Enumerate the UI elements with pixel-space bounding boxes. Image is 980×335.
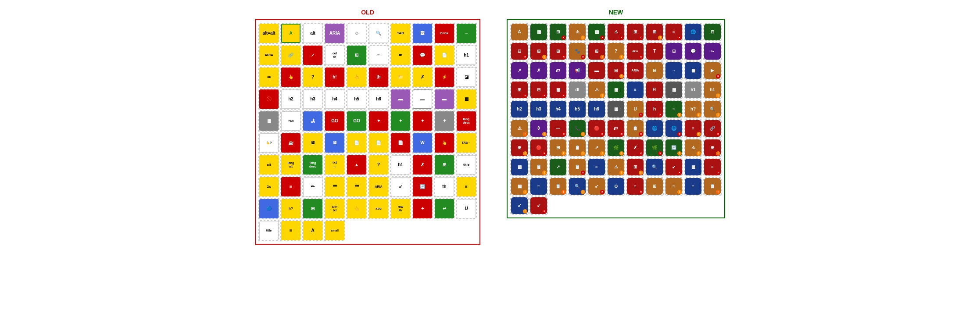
new-panel-title: NEW [609,9,623,16]
old-icon-36: ▬ [390,89,411,110]
old-icon-64: ▲ [346,154,367,175]
new-icon-15: ⊞! [587,42,606,61]
new-icon-79: ↗ [549,158,567,176]
old-icon-81: h? [280,198,301,219]
old-icon-60: alt [258,154,279,175]
old-icon-47: ✦ [412,110,433,132]
old-icon-92: A [302,220,323,241]
new-icon-50: U× [626,100,644,118]
old-icon-43: GO [324,110,345,132]
new-icon-62: 🌐 [645,119,664,138]
old-panel: OLD alt=altAaltARIA◇🔍TAB🖼blink→ARIA🔗⟋col… [255,9,480,245]
old-icon-51: ☕ [280,132,301,153]
new-icon-27: ⊟! [607,61,625,80]
new-icon-42: h1 [684,81,702,99]
new-icon-41: ▦ [665,81,683,99]
new-icon-47: h5 [568,100,587,118]
new-icon-24: 🏷 [549,61,567,80]
new-icon-21: +/- [703,42,722,61]
old-icon-35: h6 [368,89,389,110]
new-icon-43: h1! [703,81,722,99]
old-icon-91: ≡ [280,220,301,241]
new-icon-39: ≡ [626,81,644,99]
old-icon-50: 👆? [258,132,279,153]
old-icon-68: ⊞ [434,154,455,175]
new-icon-83: ⊞! [626,158,644,176]
new-icon-4: ▦× [587,23,606,41]
old-icon-85: abc [368,198,389,219]
old-icon-3: ARIA [324,23,345,44]
old-icon-87: ✦ [412,198,433,219]
new-icon-55: ⚠! [510,119,529,138]
new-icon-95: ⊞ [645,177,664,196]
new-icon-66: ⊞! [510,139,529,157]
new-icon-grid: A▦⊞×⚠!▦×⚠×⊞×⊞!≡×🌐⊟⊟×⊞!⊞×🐾×⊞!?!aria×T⊟💬+/… [510,23,722,215]
old-icon-31: h2 [280,89,301,110]
new-icon-59: 🔴× [587,119,606,138]
new-icon-76: ⊞! [703,139,722,157]
new-icon-2: ⊞× [549,23,567,41]
old-icon-93: small [324,220,345,241]
old-icon-56: 📄 [390,132,411,153]
new-icon-88: ▦! [510,177,529,196]
old-icon-82: ⊞ [302,198,323,219]
old-icon-18: 📄 [434,45,455,66]
new-icon-73: 🌿× [645,139,664,157]
old-icon-65: ? [368,154,389,175]
old-icon-38: ▬ [434,89,455,110]
new-icon-85: ↙× [665,158,683,176]
old-icon-80: 🔵 [258,198,279,219]
old-icon-88: ↩ [434,198,455,219]
new-icon-48: h6 [587,100,606,118]
new-icon-9: 🌐 [684,23,702,41]
old-icon-78: th [434,176,455,197]
old-icon-46: ✦ [390,110,411,132]
old-icon-67: ✗ [412,154,433,175]
new-icon-34: ⊟× [529,81,548,99]
new-icon-16: ?! [607,42,625,61]
new-icon-91: 🔍! [568,177,587,196]
old-icon-66: h1 [390,154,411,175]
new-icon-84: 🔍 [645,158,664,176]
old-icon-2: alt [302,23,323,44]
new-icon-87: ≡× [703,158,722,176]
old-icon-76: ↙ [390,176,411,197]
old-icon-11: 🔗 [280,45,301,66]
old-icon-19: h1 [456,45,477,66]
old-icon-32: h3 [302,89,323,110]
new-icon-93: ⊙ [607,177,625,196]
old-icon-72: ✏ [302,176,323,197]
new-icon-71: 🌿! [607,139,625,157]
new-icon-46: h4 [549,100,567,118]
old-icon-45: ✦ [368,110,389,132]
new-icon-22: ↗ [510,61,529,80]
old-icon-57: W [412,132,433,153]
new-icon-78: 📋! [529,158,548,176]
new-icon-12: ⊞! [529,42,548,61]
old-icon-0: alt=alt [258,23,279,44]
old-icon-13: col th [324,45,345,66]
new-icon-72: ✗× [626,139,644,157]
old-icon-7: 🖼 [412,23,433,44]
new-icon-45: h3 [529,100,548,118]
new-icon-63: 🌐× [665,119,683,138]
new-icon-67: 🔴× [529,139,548,157]
new-icon-7: ⊞! [645,23,664,41]
new-icon-30: → [665,61,683,80]
old-icon-90: title [258,220,279,241]
new-panel: NEW A▦⊞×⚠!▦×⚠×⊞×⊞!≡×🌐⊟⊟×⊞!⊞×🐾×⊞!?!aria×T… [507,9,725,218]
old-icon-74: ❝❝ [346,176,367,197]
new-icon-40: Fl [645,81,664,99]
new-icon-92: ↙× [587,177,606,196]
new-icon-44: h2 [510,100,529,118]
new-icon-31: ▦ [684,61,702,80]
old-icon-25: th [368,67,389,88]
old-icon-84: 👆 [346,198,367,219]
new-icon-18: T [645,42,664,61]
new-icon-6: ⊞× [626,23,644,41]
new-icon-25: 📢 [568,61,587,80]
old-icon-44: GO [346,110,367,132]
new-icon-5: ⚠× [607,23,625,41]
old-icon-49: long desc [456,110,477,132]
old-icon-63: txt ↔ [324,154,345,175]
